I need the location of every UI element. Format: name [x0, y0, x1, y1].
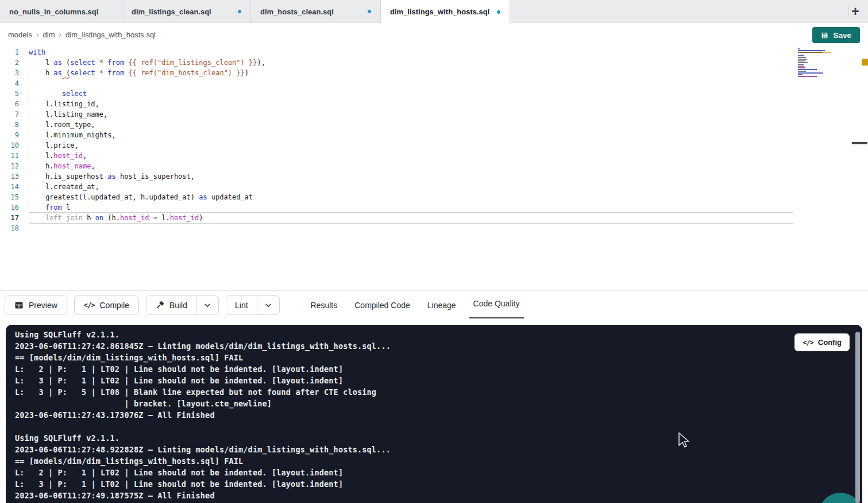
code-line[interactable]: 10 l.price,	[0, 140, 793, 151]
panel-tab-label: Lineage	[427, 301, 456, 310]
code-text: l.minimum_nights,	[29, 130, 793, 140]
minimap-line	[798, 62, 831, 63]
line-number: 9	[0, 130, 29, 140]
minimap-line	[798, 66, 831, 67]
minimap-line	[798, 52, 831, 53]
code-line[interactable]: 8 l.room_type,	[0, 120, 793, 130]
line-number: 13	[0, 171, 29, 182]
line-number: 12	[0, 161, 29, 171]
preview-button[interactable]: Preview	[5, 295, 67, 315]
panel-tab-compiled-code[interactable]: Compiled Code	[354, 291, 410, 320]
panel-tab-code-quality[interactable]: Code Quality	[473, 291, 520, 320]
code-line[interactable]: 2 l as (select * from {{ ref("dim_listin…	[0, 57, 793, 68]
code-line[interactable]: 14 l.created_at,	[0, 182, 793, 192]
editor-tab[interactable]: dim_listings_with_hosts.sql	[381, 0, 510, 24]
code-line[interactable]: 9 l.minimum_nights,	[0, 130, 793, 140]
panel-tab-lineage[interactable]: Lineage	[427, 291, 456, 320]
minimap-line	[798, 57, 831, 58]
build-button[interactable]: Build	[146, 296, 196, 314]
hammer-icon	[155, 301, 164, 310]
config-label: Config	[818, 338, 842, 347]
save-label: Save	[833, 31, 851, 40]
code-line[interactable]: 7 l.listing_name,	[0, 109, 793, 120]
line-number: 8	[0, 120, 29, 130]
save-button[interactable]: Save	[812, 27, 860, 43]
editor-tab[interactable]: no_nulls_in_columns.sql	[0, 0, 122, 23]
tab-bar: no_nulls_in_columns.sqldim_listings_clea…	[0, 0, 868, 23]
code-line[interactable]: 3 h as (select * from {{ ref("dim_hosts_…	[0, 68, 793, 78]
code-line[interactable]: 18	[0, 223, 793, 233]
code-text: h as (select * from {{ ref("dim_hosts_cl…	[29, 68, 793, 78]
minimap-line	[798, 69, 831, 70]
line-number: 3	[0, 68, 29, 78]
lint-button-group: Lint	[226, 295, 280, 315]
line-number: 16	[0, 202, 29, 213]
line-number: 7	[0, 109, 29, 120]
plus-icon: +	[851, 4, 859, 20]
panel-tabs: ResultsCompiled CodeLineageCode Quality	[311, 291, 520, 320]
code-text: from l	[29, 202, 793, 213]
code-icon: </>	[803, 339, 813, 347]
minimap-line	[798, 60, 831, 62]
build-button-group: Build	[146, 295, 219, 315]
code-text: with	[29, 47, 793, 57]
terminal-scrollbar[interactable]	[855, 332, 860, 503]
new-tab-button[interactable]: +	[847, 0, 863, 23]
code-line[interactable]: 1with	[0, 47, 793, 57]
code-line[interactable]: 17 left join h on (h.host_id = l.host_id…	[0, 213, 793, 223]
minimap-line	[798, 55, 831, 56]
line-number: 10	[0, 140, 29, 151]
code-text: h.host_name,	[29, 161, 793, 171]
code-line[interactable]: 6 l.listing_id,	[0, 99, 793, 109]
minimap-line	[798, 59, 831, 60]
code-editor[interactable]: 1with2 l as (select * from {{ ref("dim_l…	[0, 46, 868, 290]
lint-dropdown[interactable]	[257, 296, 279, 314]
code-line[interactable]: 11 l.host_id,	[0, 151, 793, 161]
ide-window: no_nulls_in_columns.sqldim_listings_clea…	[0, 0, 868, 503]
code-line[interactable]: 16 from l	[0, 202, 793, 213]
line-number: 5	[0, 89, 29, 99]
panel-tab-label: Code Quality	[473, 299, 520, 308]
line-number: 11	[0, 151, 29, 161]
line-number: 17	[0, 213, 29, 223]
editor-tab[interactable]: dim_hosts_clean.sql	[251, 0, 381, 23]
table-icon	[14, 301, 24, 310]
build-dropdown[interactable]	[196, 296, 218, 314]
code-text: l.created_at,	[29, 182, 793, 192]
compile-button[interactable]: </> Compile	[74, 295, 139, 315]
editor-tab[interactable]: dim_listings_clean.sql	[122, 0, 251, 23]
config-button[interactable]: </> Config	[794, 333, 850, 351]
chevron-down-icon	[264, 301, 272, 309]
code-text: l.listing_name,	[29, 109, 793, 120]
build-label: Build	[169, 301, 187, 310]
minimap-line	[798, 67, 831, 68]
panel-tab-label: Results	[311, 301, 338, 310]
minimap-line	[798, 71, 831, 72]
code-line[interactable]: 4	[0, 78, 793, 89]
breadcrumb-item: models	[8, 30, 32, 39]
code-icon: </>	[84, 301, 95, 309]
minimap-line	[798, 64, 831, 65]
code-line[interactable]: 13 h.is_superhost as host_is_superhost,	[0, 171, 793, 182]
code-line[interactable]: 12 h.host_name,	[0, 161, 793, 171]
code-lines: 1with2 l as (select * from {{ ref("dim_l…	[0, 47, 793, 233]
panel-tab-results[interactable]: Results	[311, 291, 338, 320]
code-text	[29, 78, 793, 89]
minimap-line	[798, 53, 831, 55]
minimap-line	[798, 76, 831, 77]
breadcrumb-bar: models›dim›dim_listings_with_hosts.sql S…	[0, 23, 868, 46]
breadcrumb: models›dim›dim_listings_with_hosts.sql	[8, 30, 156, 39]
code-line[interactable]: 15 greatest(l.updated_at, h.updated_at) …	[0, 192, 793, 202]
code-text: l.listing_id,	[29, 99, 793, 109]
code-text: l as (select * from {{ ref("dim_listings…	[29, 57, 793, 68]
code-line[interactable]: 5 select	[0, 89, 793, 99]
lint-warning-marker	[862, 59, 868, 66]
minimap-line	[798, 78, 831, 79]
code-text: left join h on (h.host_id = l.host_id)	[29, 213, 793, 223]
lint-button[interactable]: Lint	[226, 296, 257, 314]
minimap[interactable]	[798, 48, 831, 79]
scroll-position-marker	[852, 142, 867, 144]
code-text: select	[29, 89, 793, 99]
tab-label: dim_listings_with_hosts.sql	[390, 7, 489, 16]
panel-tab-label: Compiled Code	[354, 301, 410, 310]
